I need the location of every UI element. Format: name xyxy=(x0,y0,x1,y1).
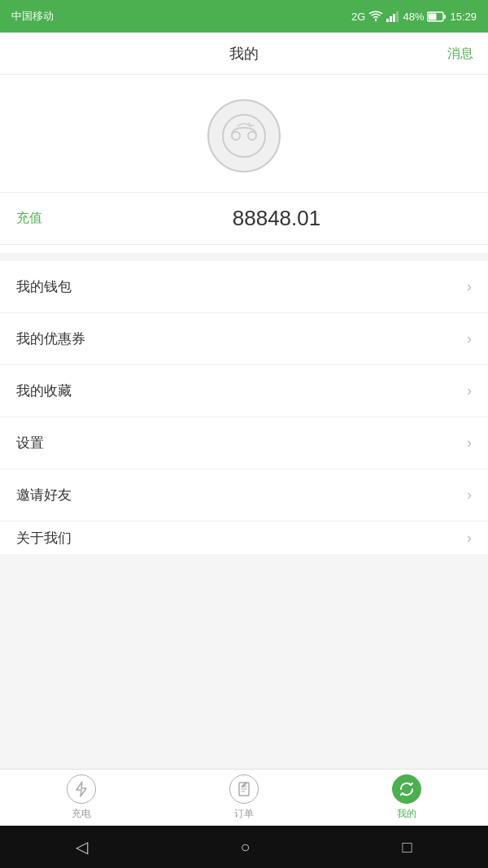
menu-item-coupon-label: 我的优惠券 xyxy=(16,329,85,348)
menu-item-wallet[interactable]: 我的钱包 › xyxy=(0,261,488,313)
svg-rect-0 xyxy=(386,19,389,22)
svg-rect-5 xyxy=(444,15,447,19)
menu-item-invite[interactable]: 邀请好友 › xyxy=(0,469,488,521)
menu-item-wallet-label: 我的钱包 xyxy=(16,277,72,296)
tab-orders-label: 订单 xyxy=(234,807,254,821)
bolt-icon xyxy=(74,781,89,797)
battery-icon xyxy=(427,11,447,22)
recent-button[interactable]: □ xyxy=(402,838,412,857)
menu-item-coupon[interactable]: 我的优惠券 › xyxy=(0,313,488,365)
header: 我的 消息 xyxy=(0,33,488,75)
chevron-icon-invite: › xyxy=(467,486,472,504)
wifi-icon xyxy=(368,11,383,22)
chevron-icon-wallet: › xyxy=(467,278,472,295)
time-label: 15:29 xyxy=(450,11,477,23)
tab-charge[interactable]: 充电 xyxy=(0,774,163,821)
svg-rect-2 xyxy=(393,14,395,22)
svg-rect-6 xyxy=(429,13,437,20)
message-button[interactable]: 消息 xyxy=(447,45,473,62)
tab-bar: 充电 订单 我的 xyxy=(0,769,488,826)
refresh-icon xyxy=(399,781,415,797)
svg-rect-3 xyxy=(396,11,399,22)
battery-label: 48% xyxy=(403,11,424,23)
avatar[interactable] xyxy=(207,99,281,172)
tab-orders-icon-wrap xyxy=(229,774,259,804)
menu-item-settings-label: 设置 xyxy=(16,434,44,452)
balance-amount: 88848.01 xyxy=(81,206,472,231)
status-bar: 中国移动 2G 48% 15:29 xyxy=(0,0,488,33)
recharge-label[interactable]: 充值 xyxy=(16,210,49,227)
status-icons: 2G 48% 15:29 xyxy=(351,11,477,23)
menu-item-invite-label: 邀请好友 xyxy=(16,486,72,504)
profile-section: 充值 88848.01 xyxy=(0,75,488,253)
signal-icon xyxy=(386,11,399,22)
menu-list: 我的钱包 › 我的优惠券 › 我的收藏 › 设置 › 邀请好友 › 关于我们 › xyxy=(0,261,488,554)
svg-point-7 xyxy=(223,115,265,157)
page-title: 我的 xyxy=(229,44,259,63)
menu-item-favorites-label: 我的收藏 xyxy=(16,382,72,400)
chevron-icon-settings: › xyxy=(467,434,472,451)
menu-item-about-label: 关于我们 xyxy=(16,529,72,547)
balance-row: 充值 88848.01 xyxy=(0,192,488,245)
back-button[interactable]: ◁ xyxy=(76,837,88,857)
carrier-label: 中国移动 xyxy=(11,9,54,24)
tab-orders[interactable]: 订单 xyxy=(163,774,325,821)
chevron-icon-coupon: › xyxy=(467,330,472,347)
menu-item-about[interactable]: 关于我们 › xyxy=(0,521,488,554)
signal-2g-label: 2G xyxy=(351,11,365,23)
tab-charge-icon-wrap xyxy=(67,774,96,804)
menu-item-settings[interactable]: 设置 › xyxy=(0,417,488,469)
menu-item-favorites[interactable]: 我的收藏 › xyxy=(0,365,488,417)
chevron-icon-favorites: › xyxy=(467,382,472,399)
svg-rect-1 xyxy=(390,16,392,22)
chevron-icon-about: › xyxy=(467,530,472,547)
edit-icon xyxy=(237,781,251,797)
android-nav-bar: ◁ ○ □ xyxy=(0,826,488,868)
tab-mine-icon-wrap xyxy=(392,774,421,804)
avatar-icon xyxy=(220,111,268,160)
tab-mine[interactable]: 我的 xyxy=(325,774,488,821)
tab-mine-label: 我的 xyxy=(397,807,416,821)
tab-charge-label: 充电 xyxy=(72,807,91,821)
home-button[interactable]: ○ xyxy=(240,838,250,857)
